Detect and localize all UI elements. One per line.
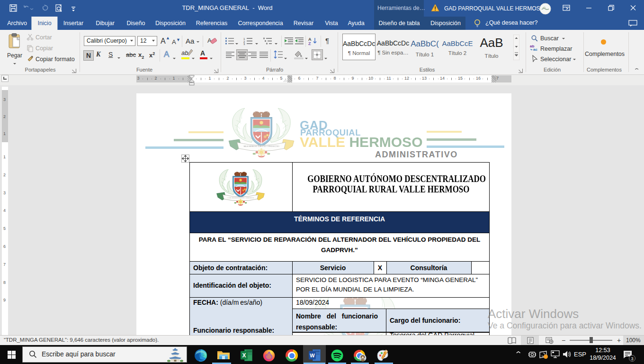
svg-text:W: W	[310, 353, 315, 358]
svg-text:3: 3	[631, 356, 633, 361]
svg-text:3: 3	[243, 43, 245, 45]
svg-text:X: X	[242, 352, 246, 359]
svg-text:Z: Z	[308, 41, 311, 46]
svg-text:ac: ac	[533, 47, 537, 51]
